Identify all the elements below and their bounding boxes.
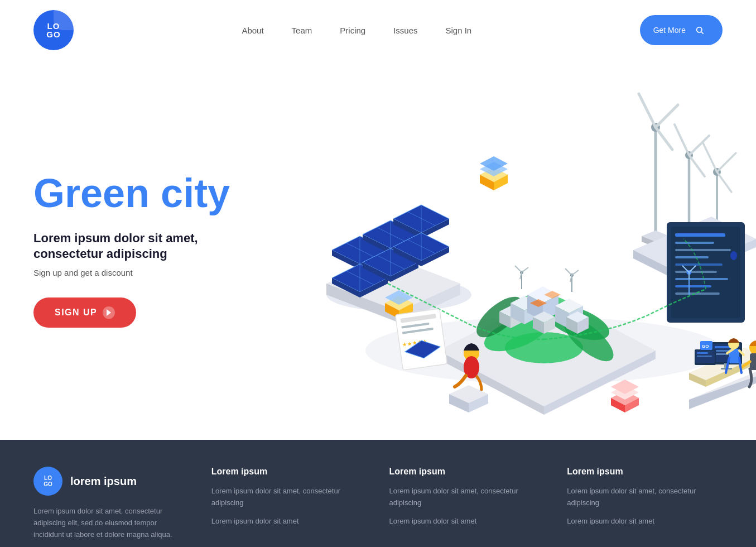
svg-marker-126 [385, 296, 413, 310]
svg-marker-124 [480, 162, 508, 176]
svg-marker-29 [363, 262, 391, 282]
nav-team[interactable]: Team [292, 26, 312, 35]
footer-col1-text1: Lorem ipsum dolor sit amet, consectetur … [211, 486, 367, 509]
svg-marker-133 [611, 385, 639, 400]
footer-logo-area: LOGO lorem ipsum Lorem ipsum dolor sit a… [33, 467, 189, 540]
svg-marker-51 [511, 303, 524, 324]
svg-marker-10 [360, 250, 388, 270]
logo[interactable]: LOGO [33, 10, 74, 50]
footer-col2-title: Lorem ipsum [389, 467, 545, 477]
svg-line-37 [407, 239, 435, 253]
get-more-button[interactable]: Get More [640, 15, 723, 45]
svg-marker-39 [438, 351, 544, 415]
svg-line-68 [522, 267, 528, 272]
svg-marker-55 [543, 295, 558, 321]
svg-marker-103 [678, 239, 756, 281]
svg-point-78 [651, 123, 660, 132]
svg-marker-7 [399, 284, 460, 323]
svg-rect-154 [715, 350, 736, 352]
svg-rect-107 [675, 242, 714, 244]
svg-rect-113 [675, 285, 711, 287]
svg-line-67 [515, 266, 522, 272]
svg-marker-128 [399, 303, 413, 319]
svg-marker-92 [689, 252, 701, 262]
svg-rect-153 [715, 346, 731, 348]
svg-marker-64 [577, 317, 589, 334]
svg-rect-135 [395, 309, 447, 370]
svg-rect-114 [675, 292, 720, 295]
svg-point-142 [464, 356, 479, 378]
svg-marker-28 [363, 248, 418, 276]
svg-marker-100 [717, 260, 728, 270]
svg-line-80 [656, 105, 678, 127]
svg-point-141 [464, 346, 479, 361]
svg-marker-57 [533, 317, 544, 334]
svg-line-73 [572, 270, 579, 275]
hero-description: Sign up and get a discount [33, 268, 268, 277]
svg-point-66 [520, 271, 523, 274]
nav-pricing[interactable]: Pricing [340, 26, 365, 35]
svg-marker-33 [393, 233, 449, 261]
svg-line-118 [682, 266, 689, 272]
svg-marker-140 [404, 338, 442, 361]
svg-line-17 [377, 227, 405, 241]
svg-marker-90 [677, 247, 701, 258]
svg-line-12 [346, 243, 374, 257]
svg-marker-60 [555, 306, 569, 329]
svg-marker-148 [689, 348, 756, 380]
svg-marker-49 [511, 311, 522, 328]
svg-point-94 [713, 168, 721, 176]
hero-title: Green city [33, 172, 268, 215]
svg-marker-5 [326, 256, 460, 311]
svg-marker-47 [499, 306, 522, 317]
svg-rect-158 [695, 349, 716, 365]
svg-marker-91 [677, 252, 689, 262]
svg-marker-63 [566, 317, 577, 334]
svg-marker-13 [363, 220, 418, 248]
footer-brand-name: lorem ipsum [70, 475, 137, 488]
svg-point-4 [326, 278, 471, 311]
svg-point-86 [685, 151, 693, 159]
nav-signin[interactable]: Sign In [446, 26, 472, 35]
svg-rect-155 [715, 353, 729, 355]
svg-marker-129 [385, 290, 413, 305]
svg-marker-101 [633, 217, 756, 272]
footer-col-3: Lorem ipsum Lorem ipsum dolor sit amet, … [567, 467, 723, 540]
svg-point-42 [541, 298, 614, 347]
svg-marker-30 [391, 262, 418, 282]
svg-rect-159 [696, 351, 715, 363]
svg-marker-82 [642, 231, 670, 242]
svg-marker-76 [544, 291, 561, 299]
svg-marker-134 [611, 380, 639, 394]
svg-marker-58 [544, 317, 555, 334]
svg-rect-165 [729, 349, 739, 363]
svg-marker-24 [332, 278, 360, 298]
svg-line-96 [717, 153, 736, 172]
svg-point-41 [480, 309, 552, 358]
svg-line-81 [656, 127, 672, 150]
search-icon[interactable] [690, 21, 709, 40]
nav-issues[interactable]: Issues [393, 26, 417, 35]
svg-marker-123 [494, 175, 508, 190]
svg-line-88 [689, 136, 709, 155]
svg-marker-23 [332, 264, 388, 292]
signup-button[interactable]: SIGN UP [33, 298, 136, 328]
svg-line-22 [407, 212, 435, 225]
svg-point-45 [557, 310, 620, 368]
svg-marker-149 [689, 373, 706, 387]
svg-marker-146 [689, 372, 756, 402]
svg-line-32 [377, 255, 405, 269]
footer-logo: LOGO [33, 467, 62, 496]
svg-marker-38 [438, 295, 656, 406]
footer-col-1: Lorem ipsum Lorem ipsum dolor sit amet, … [211, 467, 367, 540]
svg-rect-163 [750, 353, 756, 370]
nav-about[interactable]: About [242, 26, 263, 35]
svg-marker-127 [385, 303, 399, 319]
svg-marker-122 [480, 175, 494, 190]
svg-rect-104 [667, 222, 745, 323]
svg-point-44 [470, 290, 529, 344]
svg-line-95 [703, 143, 717, 172]
svg-point-0 [697, 27, 702, 32]
footer-col1-text2: Lorem ipsum dolor sit amet [211, 516, 367, 527]
footer-col2-text1: Lorem ipsum dolor sit amet, consectetur … [389, 486, 545, 509]
